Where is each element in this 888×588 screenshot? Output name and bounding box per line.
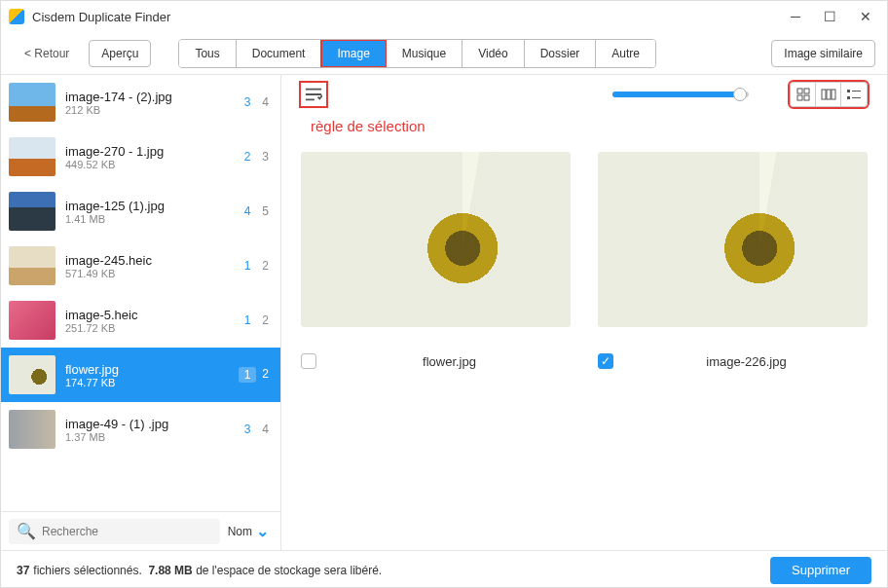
list-item[interactable]: image-174 - (2).jpg 212 KB 3 4	[1, 75, 280, 129]
duplicate-list[interactable]: image-174 - (2).jpg 212 KB 3 4 image-270…	[1, 75, 280, 511]
selected-badge: 3	[244, 423, 251, 436]
sidebar: image-174 - (2).jpg 212 KB 3 4 image-270…	[1, 75, 281, 550]
view-mode-group	[790, 82, 868, 107]
total-badge: 2	[262, 259, 269, 273]
sort-label: Nom	[228, 525, 252, 538]
file-name: image-125 (1).jpg	[65, 199, 235, 213]
preview-image[interactable]	[598, 152, 868, 327]
rule-label: règle de sélection	[281, 114, 887, 144]
tab-vidéo[interactable]: Vidéo	[462, 40, 524, 67]
sort-dropdown[interactable]: Nom ⌄	[228, 522, 273, 540]
svg-rect-6	[832, 90, 835, 99]
svg-rect-7	[847, 90, 850, 92]
titlebar: Cisdem Duplicate Finder ─ ☐ ✕	[1, 1, 887, 32]
tab-image[interactable]: Image	[321, 40, 386, 67]
file-size: 1.41 MB	[65, 213, 235, 225]
thumbnail-icon	[9, 83, 56, 122]
total-badge: 5	[262, 204, 269, 218]
thumbnail-icon	[9, 137, 56, 176]
preview-button[interactable]: Aperçu	[89, 40, 151, 67]
select-checkbox[interactable]	[301, 353, 316, 369]
thumbnail-icon	[9, 355, 56, 394]
selected-badge: 3	[244, 95, 251, 109]
window-title: Cisdem Duplicate Finder	[32, 10, 170, 24]
selected-badge: 1	[244, 313, 251, 327]
search-icon: 🔍	[17, 522, 36, 540]
list-item[interactable]: image-49 - (1) .jpg 1.37 MB 3 4	[1, 402, 280, 457]
tab-autre[interactable]: Autre	[596, 40, 655, 67]
file-size: 251.72 KB	[65, 322, 235, 334]
file-size: 571.49 KB	[65, 268, 235, 279]
selected-badge: 1	[239, 367, 257, 383]
search-box[interactable]: 🔍	[9, 519, 220, 544]
selected-badge: 2	[244, 150, 251, 164]
svg-rect-0	[797, 89, 802, 93]
svg-rect-8	[852, 91, 861, 92]
tab-tous[interactable]: Tous	[179, 40, 236, 67]
selected-badge: 4	[244, 204, 251, 218]
list-view-icon[interactable]	[841, 83, 867, 106]
back-button[interactable]: < Retour	[13, 40, 81, 67]
total-badge: 4	[262, 95, 269, 109]
statusbar: 37 fichiers sélectionnés. 7.88 MB de l'e…	[1, 550, 887, 588]
selection-rule-button[interactable]	[301, 83, 326, 106]
preview-image[interactable]	[301, 152, 571, 327]
thumbnail-icon	[9, 301, 56, 340]
category-tabs: TousDocumentImageMusiqueVidéoDossierAutr…	[178, 39, 656, 68]
status-text-2: de l'espace de stockage sera libéré.	[196, 564, 382, 577]
preview-card: flower.jpg	[301, 152, 571, 542]
preview-area: flower.jpg ✓ image-226.jpg	[281, 144, 887, 550]
close-icon[interactable]: ✕	[860, 9, 871, 24]
content-pane: règle de sélection flower.jpg ✓ image-22…	[281, 75, 887, 550]
preview-filename: flower.jpg	[328, 354, 571, 369]
svg-rect-4	[822, 90, 826, 99]
list-item[interactable]: flower.jpg 174.77 KB 1 2	[1, 348, 280, 402]
list-item[interactable]: image-270 - 1.jpg 449.52 KB 2 3	[1, 129, 280, 184]
chevron-down-icon: ⌄	[256, 522, 269, 540]
file-size: 449.52 KB	[65, 159, 235, 170]
similar-image-button[interactable]: Image similaire	[771, 40, 875, 67]
file-name: image-174 - (2).jpg	[65, 90, 235, 104]
svg-rect-2	[797, 95, 802, 100]
file-name: flower.jpg	[65, 362, 229, 377]
total-badge: 3	[262, 150, 269, 164]
delete-button[interactable]: Supprimer	[770, 557, 871, 584]
list-item[interactable]: image-5.heic 251.72 KB 1 2	[1, 293, 280, 348]
selected-badge: 1	[244, 259, 251, 273]
tab-document[interactable]: Document	[237, 40, 322, 67]
selected-count: 37	[17, 564, 29, 577]
list-item[interactable]: image-245.heic 571.49 KB 1 2	[1, 239, 280, 293]
svg-rect-1	[804, 89, 809, 93]
tab-musique[interactable]: Musique	[387, 40, 462, 67]
status-text-1: fichiers sélectionnés.	[33, 564, 141, 577]
thumbnail-icon	[9, 410, 56, 449]
minimize-icon[interactable]: ─	[791, 9, 800, 24]
svg-rect-3	[804, 95, 809, 100]
file-name: image-49 - (1) .jpg	[65, 417, 235, 431]
column-view-icon[interactable]	[816, 83, 841, 106]
file-name: image-270 - 1.jpg	[65, 144, 235, 159]
toolbar: < Retour Aperçu TousDocumentImageMusique…	[1, 32, 887, 75]
freed-size: 7.88 MB	[148, 564, 192, 577]
file-name: image-245.heic	[65, 253, 235, 268]
app-logo-icon	[9, 9, 24, 24]
preview-filename: image-226.jpg	[625, 354, 868, 369]
total-badge: 2	[262, 313, 269, 327]
svg-rect-10	[852, 97, 861, 98]
list-item[interactable]: image-125 (1).jpg 1.41 MB 4 5	[1, 184, 280, 239]
svg-rect-5	[827, 90, 831, 99]
search-input[interactable]	[42, 525, 212, 538]
thumbnail-icon	[9, 246, 56, 285]
select-checkbox[interactable]: ✓	[598, 353, 613, 369]
grid-view-icon[interactable]	[791, 83, 816, 106]
searchbar: 🔍 Nom ⌄	[1, 511, 280, 550]
thumbnail-icon	[9, 192, 56, 231]
zoom-slider[interactable]	[612, 92, 749, 97]
tab-dossier[interactable]: Dossier	[525, 40, 597, 67]
maximize-icon[interactable]: ☐	[824, 9, 836, 24]
total-badge: 2	[262, 367, 269, 383]
file-size: 1.37 MB	[65, 431, 235, 443]
svg-rect-9	[847, 96, 850, 99]
total-badge: 4	[262, 423, 269, 436]
file-size: 174.77 KB	[65, 377, 229, 388]
